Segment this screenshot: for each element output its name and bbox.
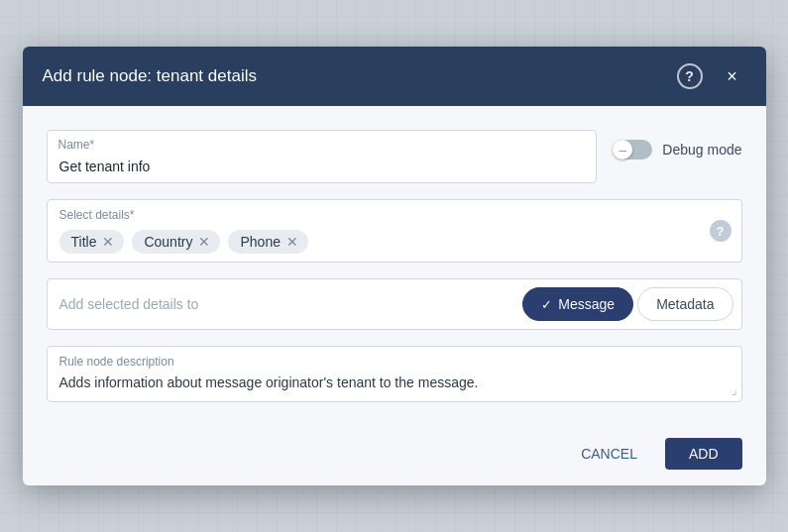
destination-toggle-group: ✓ Message Metadata (522, 287, 732, 321)
chip-phone: Phone ✕ (228, 230, 307, 254)
description-box: Rule node description Adds information a… (47, 346, 742, 402)
chip-country-remove[interactable]: ✕ (198, 235, 210, 249)
chip-title: Title ✕ (59, 230, 125, 254)
chips-row: Title ✕ Country ✕ Phone ✕ (59, 230, 730, 254)
description-text: Adds information about message originato… (59, 372, 730, 393)
modal-footer: Cancel Add (23, 422, 766, 485)
description-label: Rule node description (59, 355, 730, 369)
modal-body: Name* Debug mode Select details* Title ✕ (23, 106, 766, 422)
message-option-label: Message (558, 296, 615, 312)
chip-country-label: Country (144, 234, 192, 250)
resize-handle[interactable]: ⌟ (732, 383, 737, 397)
toggle-knob (613, 140, 632, 160)
message-option[interactable]: ✓ Message (522, 287, 633, 321)
chip-title-label: Title (71, 234, 97, 250)
debug-toggle-group: Debug mode (613, 130, 741, 160)
add-button[interactable]: Add (665, 438, 742, 470)
cancel-button[interactable]: Cancel (565, 438, 653, 470)
select-details-label: Select details* (59, 208, 730, 222)
debug-mode-toggle[interactable] (613, 140, 652, 160)
close-button[interactable]: × (719, 62, 746, 90)
chip-phone-label: Phone (240, 234, 280, 250)
header-actions: ? × (677, 62, 746, 90)
select-details-help-icon[interactable]: ? (710, 220, 732, 242)
metadata-option-label: Metadata (656, 296, 714, 312)
check-icon: ✓ (541, 297, 552, 312)
name-field-group: Name* (47, 130, 598, 183)
chip-country: Country ✕ (132, 230, 220, 254)
debug-mode-label: Debug mode (662, 142, 741, 158)
modal-overlay: Add rule node: tenant details ? × Name* … (0, 0, 788, 532)
select-details-box: Select details* Title ✕ Country ✕ Phone … (47, 199, 742, 263)
chip-title-remove[interactable]: ✕ (102, 235, 114, 249)
modal-title: Add rule node: tenant details (43, 66, 257, 86)
add-details-label: Add selected details to (59, 296, 199, 312)
header-help-icon[interactable]: ? (677, 63, 703, 89)
name-row: Name* Debug mode (47, 130, 742, 183)
name-input[interactable] (47, 130, 598, 183)
modal-header: Add rule node: tenant details ? × (23, 47, 766, 106)
modal-dialog: Add rule node: tenant details ? × Name* … (23, 47, 766, 485)
add-details-box: Add selected details to ✓ Message Metada… (47, 278, 742, 330)
metadata-option[interactable]: Metadata (637, 287, 732, 321)
chip-phone-remove[interactable]: ✕ (286, 235, 298, 249)
